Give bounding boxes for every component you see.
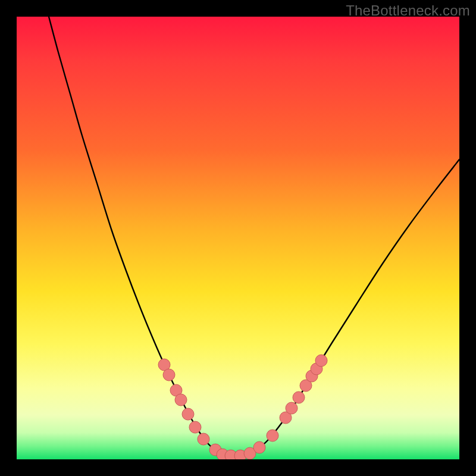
data-dot <box>163 369 175 381</box>
data-dot <box>175 394 187 406</box>
chart-frame: TheBottleneck.com <box>0 0 476 476</box>
data-dot <box>267 430 278 441</box>
plot-area <box>17 17 459 459</box>
data-dot <box>280 412 292 424</box>
chart-svg <box>17 17 459 459</box>
data-dot <box>311 363 322 375</box>
data-dot <box>217 449 228 459</box>
data-dot <box>225 450 237 459</box>
data-dot <box>315 355 327 367</box>
data-dot <box>293 392 305 403</box>
data-dot <box>286 402 298 414</box>
data-dot <box>234 450 246 459</box>
data-dot <box>209 444 221 456</box>
data-dot <box>300 380 312 392</box>
data-dot <box>306 370 318 382</box>
data-dot <box>158 359 170 371</box>
data-dot <box>170 384 182 396</box>
bottleneck-curve <box>49 17 459 456</box>
data-dot <box>253 441 265 453</box>
curve-dots <box>158 355 327 459</box>
data-dot <box>189 421 201 433</box>
data-dot <box>244 447 256 459</box>
data-dot <box>198 433 209 445</box>
data-dot <box>182 408 194 420</box>
